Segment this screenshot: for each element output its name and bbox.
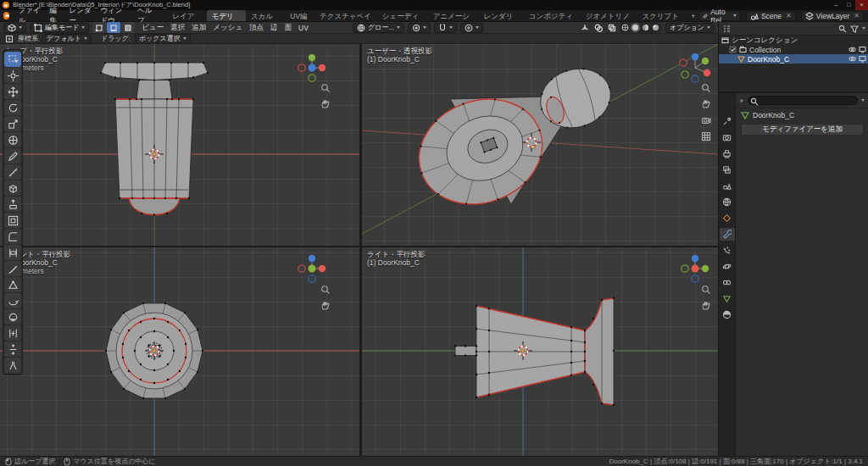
- tool-scale-icon[interactable]: [4, 116, 21, 131]
- properties-tab-constraints-icon[interactable]: [720, 276, 735, 289]
- zoom-icon[interactable]: [320, 83, 331, 93]
- perspective-toggle-icon[interactable]: [701, 131, 711, 141]
- viewport-menu-3[interactable]: メッシュ: [209, 23, 246, 33]
- shading-wireframe-button[interactable]: [620, 23, 630, 32]
- viewport-menu-0[interactable]: ビュー: [138, 23, 167, 33]
- outliner-editor-icon[interactable]: [722, 25, 731, 33]
- zoom-icon[interactable]: [701, 83, 711, 93]
- tool-transform-icon[interactable]: [4, 132, 21, 147]
- navigation-gizmo[interactable]: [676, 49, 714, 86]
- tool-loop-cut-icon[interactable]: [4, 245, 21, 260]
- workspace-tab-2[interactable]: スカルプト: [246, 10, 285, 21]
- properties-tab-world-icon[interactable]: [720, 196, 735, 208]
- tool-shrink-fatten-icon[interactable]: [4, 341, 21, 357]
- add-workspace-button[interactable]: +: [687, 10, 698, 21]
- properties-tab-modifiers-icon[interactable]: [720, 228, 735, 241]
- snap-dropdown[interactable]: [434, 23, 457, 33]
- zoom-icon[interactable]: [701, 285, 711, 295]
- properties-tab-output-icon[interactable]: [720, 147, 735, 160]
- tool-extrude-region-icon[interactable]: [4, 197, 21, 212]
- minimize-button[interactable]: –: [830, 0, 843, 10]
- tool-add-cube-icon[interactable]: [4, 180, 21, 196]
- viewport-menu-7[interactable]: UV: [295, 24, 312, 32]
- properties-tab-material-icon[interactable]: [720, 308, 735, 321]
- properties-editor-icon[interactable]: [740, 97, 744, 105]
- unlink-viewlayer-icon[interactable]: ✕: [854, 12, 860, 19]
- tool-smooth-icon[interactable]: [4, 309, 21, 325]
- navigation-gizmo[interactable]: [293, 49, 331, 86]
- viewport-menu-1[interactable]: 選択: [167, 23, 188, 33]
- scene-selector[interactable]: Scene✕: [746, 11, 796, 21]
- outliner-options-caret[interactable]: [862, 27, 865, 30]
- transform-orientation-dropdown[interactable]: グロー...: [353, 23, 404, 33]
- tool-rip-region-icon[interactable]: [4, 358, 21, 373]
- tool-bevel-icon[interactable]: [4, 229, 21, 244]
- viewport-right[interactable]: ライト・平行投影 (1) DoorKnob_C: [362, 247, 718, 456]
- tool-spin-icon[interactable]: [4, 293, 21, 308]
- viewport-menu-5[interactable]: 辺: [267, 23, 281, 33]
- properties-tab-view-layer-icon[interactable]: [720, 164, 735, 176]
- workspace-tab-1[interactable]: モデリング: [207, 10, 246, 21]
- shading-material-button[interactable]: [641, 23, 650, 32]
- workspace-tab-9[interactable]: ジオメトリノード: [581, 10, 637, 21]
- workspace-tab-6[interactable]: アニメーション: [428, 10, 479, 21]
- options-dropdown[interactable]: オプション: [665, 23, 715, 33]
- workspace-tab-7[interactable]: レンダリング: [479, 10, 524, 21]
- select-mode-face-button[interactable]: [121, 22, 135, 33]
- tool-poly-build-icon[interactable]: [4, 277, 21, 292]
- properties-tab-tool-icon[interactable]: [720, 115, 735, 128]
- tool-inset-faces-icon[interactable]: [4, 213, 21, 228]
- camera-view-icon[interactable]: [701, 115, 711, 125]
- select-mode-vertex-button[interactable]: [92, 22, 106, 33]
- mode-selector[interactable]: 編集モード: [30, 23, 89, 33]
- viewport-top[interactable]: トップ・平行投影 (1) DoorKnob_C Centimeters: [0, 44, 359, 246]
- workspace-tab-8[interactable]: コンポジティング: [524, 10, 581, 21]
- tool-measure-icon[interactable]: [4, 164, 21, 180]
- blender-menu-icon[interactable]: [3, 12, 9, 19]
- xray-toggle[interactable]: [605, 22, 619, 33]
- properties-tab-data-icon[interactable]: [720, 292, 735, 305]
- navigation-gizmo[interactable]: [293, 250, 331, 287]
- workspace-tab-4[interactable]: テクスチャペイント: [314, 10, 377, 21]
- viewport-front[interactable]: フロント・平行投影 (1) DoorKnob_C Centimeters: [0, 247, 359, 456]
- workspace-tab-5[interactable]: シェーディング: [377, 10, 428, 21]
- viewport-menu-2[interactable]: 追加: [188, 23, 209, 33]
- tool-annotate-icon[interactable]: [4, 148, 21, 164]
- autopack-dropdown[interactable]: Auto Rel...: [698, 11, 741, 21]
- workspace-tab-10[interactable]: スクリプト作成: [637, 10, 687, 21]
- properties-tab-particles-icon[interactable]: [720, 244, 735, 257]
- tool-select-box-icon[interactable]: [4, 52, 21, 67]
- properties-search-input[interactable]: [748, 96, 858, 105]
- hide-eye-icon[interactable]: [849, 46, 856, 53]
- search-icon[interactable]: [838, 25, 847, 33]
- tool-edge-slide-icon[interactable]: [4, 325, 21, 341]
- workspace-tab-0[interactable]: レイアウト: [167, 10, 206, 21]
- add-modifier-button[interactable]: モディファイアーを追加: [741, 124, 864, 136]
- outliner-row-collection[interactable]: Collection: [719, 45, 868, 54]
- filter-icon[interactable]: [850, 25, 859, 33]
- pan-hand-icon[interactable]: [320, 99, 331, 109]
- hide-eye-icon[interactable]: [849, 55, 856, 63]
- editor-type-selector[interactable]: [3, 23, 26, 33]
- unlink-scene-icon[interactable]: ✕: [786, 12, 792, 19]
- workspace-tab-3[interactable]: UV編集: [285, 10, 314, 21]
- viewport-menu-6[interactable]: 面: [281, 23, 296, 33]
- tool-rotate-icon[interactable]: [4, 100, 21, 115]
- pan-hand-icon[interactable]: [701, 99, 711, 109]
- viewport-menu-4[interactable]: 頂点: [246, 23, 267, 33]
- properties-tab-physics-icon[interactable]: [720, 260, 735, 273]
- show-overlays-toggle[interactable]: [592, 22, 605, 33]
- outliner-row-object[interactable]: DoorKnob_C: [719, 54, 868, 64]
- close-button[interactable]: ×: [855, 0, 868, 10]
- properties-tab-scene-icon[interactable]: [720, 180, 735, 192]
- tool-preset-dropdown[interactable]: デフォルト: [42, 34, 92, 44]
- maximize-button[interactable]: □: [843, 0, 855, 10]
- drag-mode-dropdown[interactable]: ボックス選択: [135, 34, 191, 44]
- tool-cursor-icon[interactable]: [4, 68, 21, 83]
- pivot-point-dropdown[interactable]: [408, 23, 431, 33]
- pan-hand-icon[interactable]: [701, 301, 711, 311]
- disable-viewport-icon[interactable]: [859, 55, 866, 63]
- properties-display-caret[interactable]: [861, 99, 865, 102]
- checkbox-icon[interactable]: [729, 46, 737, 53]
- disable-viewport-icon[interactable]: [859, 46, 866, 53]
